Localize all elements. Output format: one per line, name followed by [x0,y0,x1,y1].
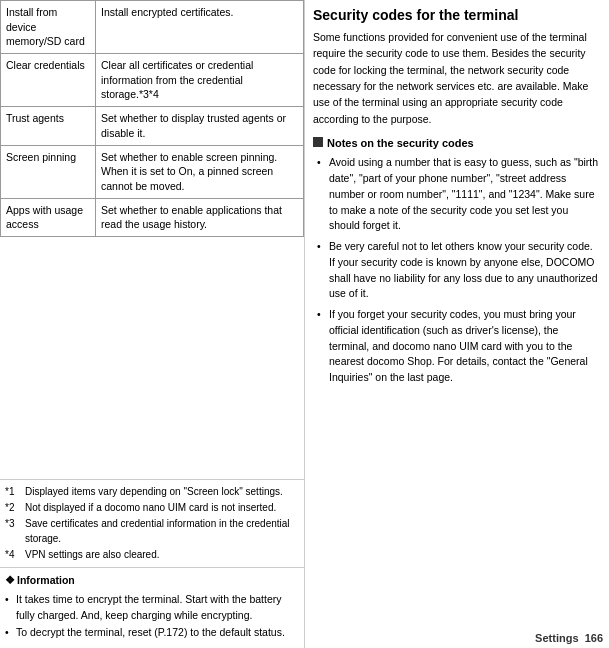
table-cell-label: Screen pinning [1,145,96,198]
table-cell-value: Clear all certificates or credential inf… [96,54,304,107]
notes-bullet-item: •If you forget your security codes, you … [317,307,601,386]
table-cell-label: Install from device memory/SD card [1,1,96,54]
footer-label: Settings [535,632,578,644]
footnotes-section: *1Displayed items vary depending on "Scr… [0,479,304,567]
info-title: Information [5,573,299,589]
bullet-dot-icon: • [5,625,13,641]
info-bullet-text: It takes time to encrypt the terminal. S… [16,592,299,624]
notes-bullet-item: •Be very careful not to let others know … [317,239,601,302]
info-bullet-item: •It takes time to encrypt the terminal. … [5,592,299,624]
footnote-num: *4 [5,547,23,562]
right-panel: Security codes for the terminal Some fun… [305,0,609,648]
footnote-num: *2 [5,500,23,515]
footnote-num: *3 [5,516,23,546]
left-panel: Install from device memory/SD cardInstal… [0,0,305,648]
footnote-item: *1Displayed items vary depending on "Scr… [5,484,299,499]
table-row: Apps with usage accessSet whether to ena… [1,198,304,236]
security-title: Security codes for the terminal [313,6,601,24]
info-section: Information •It takes time to encrypt th… [0,567,304,648]
notes-title: Notes on the security codes [313,135,601,152]
footnote-text: Displayed items vary depending on "Scree… [25,484,283,499]
table-section: Install from device memory/SD cardInstal… [0,0,304,479]
footnote-item: *3Save certificates and credential infor… [5,516,299,546]
table-cell-label: Trust agents [1,107,96,145]
notes-title-text: Notes on the security codes [327,135,474,152]
table-row: Clear credentialsClear all certificates … [1,54,304,107]
table-row: Screen pinningSet whether to enable scre… [1,145,304,198]
page-footer: Settings 166 [535,632,603,644]
footnote-text: Save certificates and credential informa… [25,516,299,546]
bullet-dot-icon: • [317,155,325,234]
footnote-item: *4VPN settings are also cleared. [5,547,299,562]
page-number: 166 [585,632,603,644]
notes-bullet-list: •Avoid using a number that is easy to gu… [313,155,601,386]
bullet-dot-icon: • [317,307,325,386]
footnote-text: Not displayed if a docomo nano UIM card … [25,500,276,515]
notes-bullet-text: Be very careful not to let others know y… [329,239,601,302]
footnote-num: *1 [5,484,23,499]
table-cell-label: Clear credentials [1,54,96,107]
table-cell-value: Install encrypted certificates. [96,1,304,54]
footnote-text: VPN settings are also cleared. [25,547,160,562]
bullet-dot-icon: • [317,239,325,302]
bullet-dot-icon: • [5,592,13,624]
table-cell-value: Set whether to display trusted agents or… [96,107,304,145]
table-row: Trust agentsSet whether to display trust… [1,107,304,145]
table-cell-value: Set whether to enable screen pinning. Wh… [96,145,304,198]
security-intro: Some functions provided for convenient u… [313,29,601,127]
table-cell-label: Apps with usage access [1,198,96,236]
info-bullet-item: •To decrypt the terminal, reset (P.172) … [5,625,299,641]
table-row: Install from device memory/SD cardInstal… [1,1,304,54]
table-cell-value: Set whether to enable applications that … [96,198,304,236]
footnote-item: *2Not displayed if a docomo nano UIM car… [5,500,299,515]
notes-bullet-text: If you forget your security codes, you m… [329,307,601,386]
notes-bullet-item: •Avoid using a number that is easy to gu… [317,155,601,234]
notes-bullet-text: Avoid using a number that is easy to gue… [329,155,601,234]
info-bullet-text: To decrypt the terminal, reset (P.172) t… [16,625,285,641]
settings-table: Install from device memory/SD cardInstal… [0,0,304,237]
notes-square-icon [313,137,323,147]
